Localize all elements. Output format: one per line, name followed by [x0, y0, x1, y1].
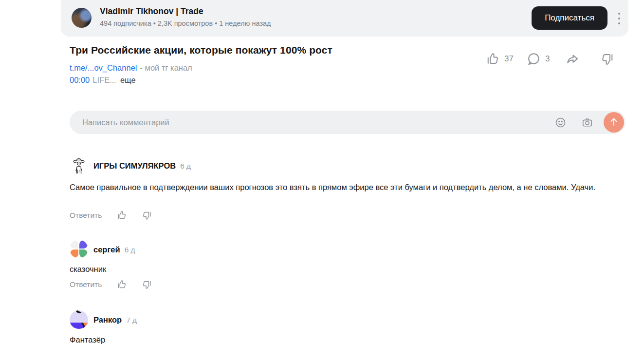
channel-name[interactable]: Vladimir Tikhonov | Trade	[100, 6, 203, 17]
comment-bubble-icon	[526, 52, 541, 66]
channel-meta: 494 подписчика • 2,3K просмотров • 1 нед…	[100, 19, 271, 27]
reply-button[interactable]: Ответить	[70, 211, 102, 220]
thumb-up-icon	[485, 52, 500, 66]
telegram-link[interactable]: t.me/...ov_Channel	[70, 63, 137, 72]
comment-author[interactable]: ИГРЫ СИМУЛЯКРОВ	[93, 161, 176, 171]
comment-text: Фантазёр	[70, 333, 105, 345]
comment-age: 7 д	[126, 316, 137, 325]
comment-like-icon[interactable]	[116, 279, 127, 290]
comment-dislike-icon[interactable]	[142, 279, 152, 290]
link-suffix: - мой тг канал	[140, 63, 192, 72]
thumb-down-icon	[600, 52, 615, 66]
comment-header: Ранкор 7 д	[93, 315, 137, 325]
comment-count: 3	[545, 54, 550, 64]
emoji-icon[interactable]	[554, 116, 567, 129]
comment-text: Самое правильное в подтверждении ваших п…	[70, 180, 595, 194]
comment-header: ИГРЫ СИМУЛЯКРОВ 6 д	[93, 161, 191, 171]
comment-actions: Ответить	[70, 279, 152, 290]
commenter-avatar[interactable]	[70, 157, 88, 175]
expand-description-link[interactable]: еще	[120, 76, 136, 84]
comment-input-container	[70, 111, 626, 134]
kebab-menu-icon[interactable]	[616, 13, 622, 24]
comment-actions: Ответить	[70, 210, 152, 221]
timestamp-link[interactable]: 00:00	[70, 76, 90, 84]
dislike-button[interactable]	[600, 52, 615, 66]
channel-header: Vladimir Tikhonov | Trade 494 подписчика…	[61, 0, 628, 37]
comment-input[interactable]	[82, 111, 511, 134]
commenter-avatar[interactable]	[70, 240, 88, 258]
description-snippet: LIFE...	[92, 76, 116, 84]
description-link-row: t.me/...ov_Channel- мой тг канал	[70, 63, 192, 73]
like-count: 37	[504, 54, 514, 64]
subscribe-label: Подписаться	[545, 13, 594, 23]
comment-age: 6 д	[125, 246, 135, 254]
channel-avatar[interactable]	[72, 8, 92, 28]
comment-age: 6 д	[180, 162, 191, 171]
subscribe-button[interactable]: Подписаться	[532, 6, 607, 30]
reply-button[interactable]: Ответить	[70, 280, 102, 289]
share-button[interactable]	[565, 52, 580, 66]
camera-icon[interactable]	[581, 116, 593, 129]
comment-author[interactable]: сергей	[93, 245, 120, 254]
comment-item: ИГРЫ СИМУЛЯКРОВ 6 д Самое правильное в п…	[70, 157, 637, 230]
video-action-bar: 37 3	[485, 50, 615, 68]
comment-text: сказочник	[70, 262, 106, 276]
comment-dislike-icon[interactable]	[142, 210, 152, 221]
comment-item: Ранкор 7 д Фантазёр	[70, 310, 637, 345]
comment-author[interactable]: Ранкор	[93, 315, 122, 325]
comment-item: сергей 6 д сказочник Ответить	[70, 240, 637, 293]
video-page: Vladimir Tikhonov | Trade 494 подписчика…	[0, 0, 644, 345]
like-button[interactable]: 37	[485, 52, 514, 66]
comments-button[interactable]: 3	[526, 52, 550, 66]
description-time-row: 00:00LIFE...еще	[70, 76, 136, 85]
share-arrow-icon	[565, 52, 580, 66]
video-title: Три Российские акции, которые покажут 10…	[70, 44, 332, 56]
arrow-up-icon	[608, 116, 620, 129]
commenter-avatar[interactable]	[70, 310, 88, 329]
comment-like-icon[interactable]	[116, 210, 127, 221]
send-comment-button[interactable]	[604, 112, 624, 133]
comment-header: сергей 6 д	[93, 245, 135, 254]
